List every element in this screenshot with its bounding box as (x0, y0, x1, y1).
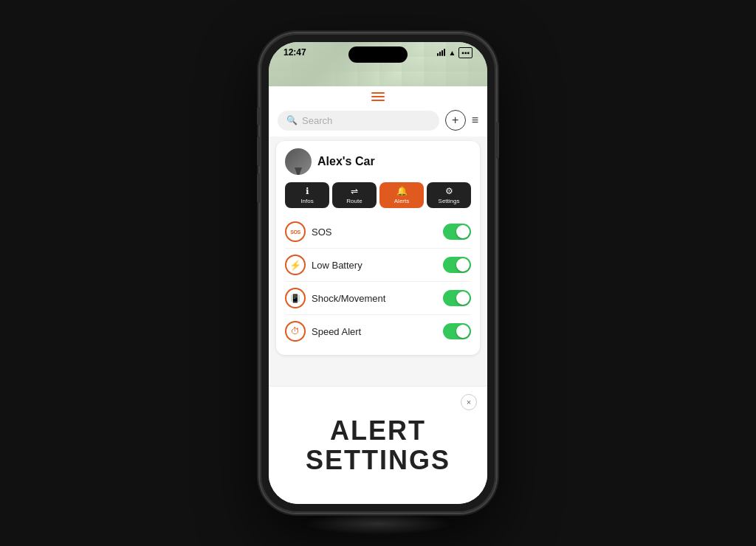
bottom-panel: × ALERT SETTINGS (269, 386, 487, 504)
add-button[interactable]: + (445, 110, 466, 131)
speed-toggle[interactable] (443, 323, 471, 339)
device-name: Alex's Car (317, 155, 375, 168)
alert-settings-title: ALERT SETTINGS (306, 416, 450, 474)
alert-low-battery-label: Low Battery (312, 260, 362, 271)
device-avatar (285, 148, 312, 175)
sos-icon: SOS (285, 221, 306, 242)
alert-sos-left: SOS SOS (285, 221, 331, 242)
tab-route[interactable]: ⇌ Route (332, 182, 377, 208)
volume-down-button (257, 173, 260, 203)
wifi-icon: ▲ (448, 49, 456, 57)
alert-sos: SOS SOS (285, 215, 471, 249)
search-box[interactable]: 🔍 Search (278, 111, 439, 131)
low-battery-toggle[interactable] (443, 257, 471, 273)
signal-icon (437, 49, 445, 56)
close-button[interactable]: × (461, 394, 477, 410)
volume-up-button (257, 136, 260, 166)
search-row: 🔍 Search + ≡ (269, 104, 487, 136)
device-header: Alex's Car (285, 148, 471, 175)
menu-bar (269, 86, 487, 104)
speed-icon: ⏱ (285, 321, 306, 342)
alert-sos-label: SOS (312, 227, 331, 238)
battery-alert-icon: ⚡ (285, 255, 306, 275)
content-area: 🔍 Search + ≡ Alex's Car (269, 86, 487, 504)
alert-speed: ⏱ Speed Alert (285, 315, 471, 348)
alert-shock: 📳 Shock/Movement (285, 282, 471, 315)
tab-alerts-label: Alerts (394, 198, 409, 204)
status-icons: ▲ ▪▪▪ (437, 47, 472, 58)
tab-infos-label: Infos (300, 198, 313, 204)
alert-low-battery: ⚡ Low Battery (285, 249, 471, 282)
info-icon: ℹ (306, 186, 309, 196)
tab-infos[interactable]: ℹ Infos (285, 182, 329, 208)
search-icon: 🔍 (286, 115, 298, 125)
phone-reflection (304, 513, 452, 535)
dynamic-island (348, 46, 408, 63)
battery-icon: ▪▪▪ (458, 47, 472, 58)
alert-speed-label: Speed Alert (312, 326, 361, 337)
map-background: 12:47 ▲ ▪▪▪ (269, 42, 487, 86)
power-button (496, 122, 499, 159)
alert-shock-label: Shock/Movement (312, 293, 385, 304)
hamburger-icon[interactable] (371, 92, 385, 101)
mute-button (257, 107, 260, 125)
alert-speed-left: ⏱ Speed Alert (285, 321, 361, 342)
shock-toggle[interactable] (443, 290, 471, 306)
phone-screen: 12:47 ▲ ▪▪▪ (269, 42, 487, 504)
phone-frame: 12:47 ▲ ▪▪▪ (260, 33, 496, 513)
menu-button[interactable]: ≡ (472, 114, 478, 127)
alert-low-battery-left: ⚡ Low Battery (285, 255, 362, 275)
search-placeholder: Search (302, 115, 332, 126)
route-icon: ⇌ (351, 186, 358, 196)
alert-list: SOS SOS ⚡ Low Battery (285, 215, 471, 348)
shock-icon: 📳 (285, 288, 306, 308)
sos-toggle[interactable] (443, 224, 471, 240)
tab-bar: ℹ Infos ⇌ Route 🔔 Alerts ⚙ (285, 182, 471, 208)
device-card: Alex's Car ℹ Infos ⇌ Route 🔔 (276, 141, 480, 355)
tab-settings[interactable]: ⚙ Settings (427, 182, 471, 208)
gear-icon: ⚙ (445, 186, 453, 196)
alert-shock-left: 📳 Shock/Movement (285, 288, 385, 308)
tab-route-label: Route (346, 198, 362, 204)
bell-icon: 🔔 (396, 186, 408, 196)
tab-alerts[interactable]: 🔔 Alerts (379, 182, 424, 208)
status-time: 12:47 (284, 47, 306, 58)
tab-settings-label: Settings (439, 198, 460, 204)
phone-device: 12:47 ▲ ▪▪▪ (260, 33, 496, 513)
